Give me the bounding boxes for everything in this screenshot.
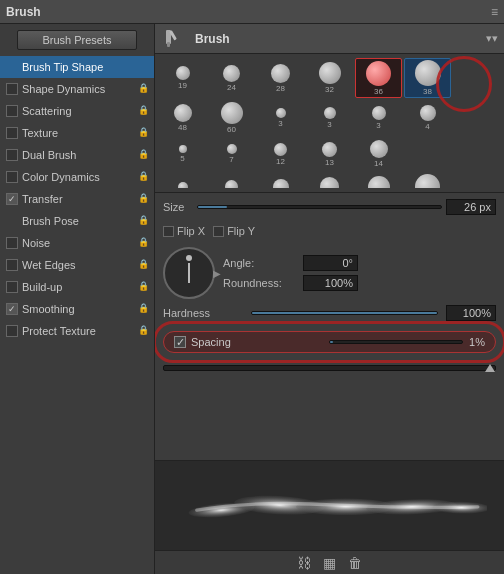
checkbox-protect-texture[interactable] bbox=[6, 325, 18, 337]
brush-cell-6[interactable] bbox=[453, 58, 500, 98]
brush-cell-10[interactable]: 3 bbox=[306, 100, 353, 136]
link-icon[interactable]: ⛓ bbox=[297, 555, 311, 571]
checkbox-build-up[interactable] bbox=[6, 281, 18, 293]
brush-cell-1[interactable]: 24 bbox=[208, 58, 255, 98]
sidebar-item-build-up[interactable]: Build-up🔒 bbox=[0, 276, 154, 298]
trash-icon[interactable]: 🗑 bbox=[348, 555, 362, 571]
size-slider[interactable] bbox=[197, 205, 442, 209]
brush-cell-17[interactable]: 13 bbox=[306, 138, 353, 170]
sidebar-item-color-dynamics[interactable]: Color Dynamics🔒 bbox=[0, 166, 154, 188]
brush-cell-19[interactable] bbox=[404, 138, 451, 170]
checkbox-wet-edges[interactable] bbox=[6, 259, 18, 271]
checkbox-texture[interactable] bbox=[6, 127, 18, 139]
checkbox-transfer[interactable]: ✓ bbox=[6, 193, 18, 205]
brush-circle-2 bbox=[271, 64, 290, 83]
brush-cell-27[interactable] bbox=[453, 172, 500, 188]
sidebar-item-brush-pose[interactable]: Brush Pose🔒 bbox=[0, 210, 154, 232]
header-icons: ▾▾ bbox=[486, 32, 498, 45]
brush-cell-14[interactable]: 5 bbox=[159, 138, 206, 170]
sidebar-item-scattering[interactable]: Scattering🔒 bbox=[0, 100, 154, 122]
sidebar-label-protect-texture: Protect Texture bbox=[22, 325, 136, 337]
sidebar-item-dual-brush[interactable]: Dual Brush🔒 bbox=[0, 144, 154, 166]
brush-cell-26[interactable]: 28 bbox=[404, 172, 451, 188]
sidebar-label-brush-tip-shape: Brush Tip Shape bbox=[22, 61, 150, 73]
flip-x-checkbox[interactable] bbox=[163, 226, 174, 237]
grid-icon[interactable]: ▦ bbox=[323, 555, 336, 571]
brush-cell-3[interactable]: 32 bbox=[306, 58, 353, 98]
spacing-bottom-slider-row bbox=[163, 365, 496, 371]
hardness-value-input[interactable] bbox=[446, 305, 496, 321]
sidebar-item-smoothing[interactable]: ✓Smoothing🔒 bbox=[0, 298, 154, 320]
brush-circle-0 bbox=[176, 66, 190, 80]
brush-cell-8[interactable]: 60 bbox=[208, 100, 255, 136]
brush-cell-12[interactable]: 4 bbox=[404, 100, 451, 136]
brush-circle-25 bbox=[368, 176, 390, 189]
size-control-row: Size bbox=[163, 199, 496, 215]
brush-num-5: 38 bbox=[423, 87, 432, 96]
sidebar-item-protect-texture[interactable]: Protect Texture🔒 bbox=[0, 320, 154, 342]
brush-cell-0[interactable]: 19 bbox=[159, 58, 206, 98]
angle-value-input[interactable] bbox=[303, 255, 358, 271]
menu-icon[interactable]: ≡ bbox=[491, 5, 498, 19]
flip-y-label[interactable]: Flip Y bbox=[213, 225, 255, 237]
brush-cell-5[interactable]: 38 bbox=[404, 58, 451, 98]
brush-circle-9 bbox=[276, 108, 286, 118]
checkbox-scattering[interactable] bbox=[6, 105, 18, 117]
angle-label: Angle: bbox=[223, 257, 303, 269]
flip-x-label[interactable]: Flip X bbox=[163, 225, 205, 237]
brush-cell-4[interactable]: 36 bbox=[355, 58, 402, 98]
brush-cell-20[interactable] bbox=[453, 138, 500, 170]
brush-circle-18 bbox=[370, 140, 388, 158]
brush-cell-23[interactable]: 21 bbox=[257, 172, 304, 188]
brush-cell-11[interactable]: 3 bbox=[355, 100, 402, 136]
flip-y-checkbox[interactable] bbox=[213, 226, 224, 237]
checkbox-color-dynamics[interactable] bbox=[6, 171, 18, 183]
size-value-input[interactable] bbox=[446, 199, 496, 215]
angle-field-row: Angle: bbox=[223, 255, 496, 271]
brush-grid: 1924283236384860333457121314161721212428 bbox=[159, 58, 500, 188]
brush-stroke-svg bbox=[172, 481, 486, 531]
spacing-bottom-slider[interactable] bbox=[163, 365, 496, 371]
panel-menu-icon[interactable]: ▾▾ bbox=[486, 32, 498, 45]
hardness-slider[interactable] bbox=[251, 311, 438, 315]
sidebar-label-texture: Texture bbox=[22, 127, 136, 139]
brush-cell-16[interactable]: 12 bbox=[257, 138, 304, 170]
brush-cell-13[interactable] bbox=[453, 100, 500, 136]
brush-presets-button[interactable]: Brush Presets bbox=[17, 30, 137, 50]
angle-fields: Angle: Roundness: bbox=[223, 255, 496, 291]
brush-cell-7[interactable]: 48 bbox=[159, 100, 206, 136]
svg-rect-1 bbox=[167, 42, 170, 47]
angle-dial-dot bbox=[186, 255, 192, 261]
sidebar-item-shape-dynamics[interactable]: Shape Dynamics🔒 bbox=[0, 78, 154, 100]
checkbox-dual-brush[interactable] bbox=[6, 149, 18, 161]
brush-header-label: Brush bbox=[195, 32, 230, 46]
spacing-slider[interactable] bbox=[329, 340, 463, 344]
brush-cell-21[interactable]: 16 bbox=[159, 172, 206, 188]
brush-cell-24[interactable]: 21 bbox=[306, 172, 353, 188]
checkbox-smoothing[interactable]: ✓ bbox=[6, 303, 18, 315]
flip-x-text: Flip X bbox=[177, 225, 205, 237]
checkbox-noise[interactable] bbox=[6, 237, 18, 249]
hardness-slider-fill bbox=[252, 312, 437, 314]
brush-circle-8 bbox=[221, 102, 243, 124]
spacing-container: ✓ Spacing 1% bbox=[163, 329, 496, 355]
sidebar-item-transfer[interactable]: ✓Transfer🔒 bbox=[0, 188, 154, 210]
brush-cell-18[interactable]: 14 bbox=[355, 138, 402, 170]
sidebar-item-wet-edges[interactable]: Wet Edges🔒 bbox=[0, 254, 154, 276]
sidebar-item-texture[interactable]: Texture🔒 bbox=[0, 122, 154, 144]
brush-cell-25[interactable]: 24 bbox=[355, 172, 402, 188]
brush-cell-9[interactable]: 3 bbox=[257, 100, 304, 136]
brush-cell-22[interactable]: 17 bbox=[208, 172, 255, 188]
sidebar-item-noise[interactable]: Noise🔒 bbox=[0, 232, 154, 254]
sidebar: Brush Presets Brush Tip ShapeShape Dynam… bbox=[0, 24, 155, 574]
spacing-checkbox[interactable]: ✓ bbox=[174, 336, 186, 348]
checkbox-shape-dynamics[interactable] bbox=[6, 83, 18, 95]
angle-dial-arrow bbox=[188, 263, 190, 283]
brush-circle-4 bbox=[366, 61, 391, 86]
brush-cell-2[interactable]: 28 bbox=[257, 58, 304, 98]
brush-num-2: 28 bbox=[276, 84, 285, 93]
sidebar-item-brush-tip-shape[interactable]: Brush Tip Shape bbox=[0, 56, 154, 78]
angle-dial[interactable]: ▶ bbox=[163, 247, 215, 299]
brush-cell-15[interactable]: 7 bbox=[208, 138, 255, 170]
roundness-value-input[interactable] bbox=[303, 275, 358, 291]
